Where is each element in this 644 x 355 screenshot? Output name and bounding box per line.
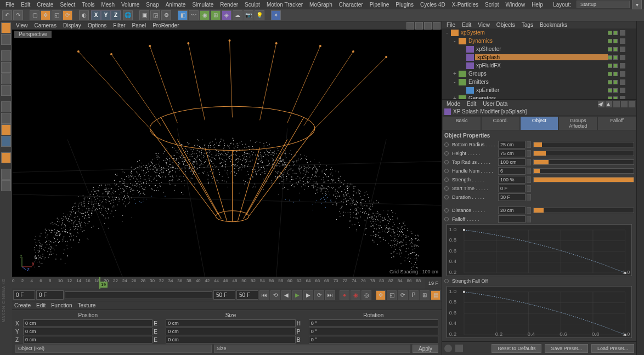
prop-height[interactable] (498, 150, 526, 157)
vis-render[interactable] (613, 72, 618, 76)
strength-falloff-graph[interactable]: 1.00.8 0.60.4 0.2 0.20.4 0.60.8 1.0 (447, 286, 632, 338)
vis-render[interactable] (613, 80, 618, 84)
menu-sculpt[interactable]: Sculpt (241, 1, 263, 9)
total-frames[interactable]: 50 F (236, 290, 258, 300)
menu-mograph[interactable]: MoGraph (306, 1, 336, 9)
model-mode[interactable] (1, 22, 11, 33)
timeline[interactable]: 0246810121416182022242628303234363840424… (12, 277, 442, 289)
vis-render[interactable] (613, 39, 618, 43)
slider-Height[interactable] (533, 151, 634, 156)
step-back[interactable]: ◀ (281, 290, 291, 300)
tag-icon[interactable] (620, 38, 625, 44)
autokey[interactable]: ◉ (351, 290, 360, 300)
prop-distance[interactable] (498, 207, 526, 214)
tree-xpemitter[interactable]: xpEmitter (442, 86, 636, 94)
deformer-tool[interactable]: ◈ (222, 10, 231, 20)
goto-end[interactable]: ⏭ (325, 290, 335, 300)
vis-editor[interactable] (608, 72, 612, 76)
spinner[interactable] (527, 141, 531, 148)
select-tool[interactable]: ▢ (30, 10, 39, 20)
objmenu-file[interactable]: File (443, 21, 459, 28)
size-X[interactable] (166, 319, 295, 327)
rot-Y[interactable] (309, 328, 438, 335)
attr-menu-icon[interactable] (629, 101, 635, 107)
key-dot[interactable] (444, 178, 449, 182)
axis-x[interactable]: X (91, 10, 101, 20)
uv-mode[interactable] (1, 180, 11, 191)
menu-character[interactable]: Character (336, 1, 366, 9)
tab-basic[interactable]: Basic (442, 116, 481, 130)
texture-mode[interactable] (1, 85, 11, 96)
object-tree[interactable]: -xpSystem-DynamicsxpSheeterxpSplashxpFlu… (442, 28, 636, 100)
slider-Bottom Radius[interactable] (533, 142, 634, 147)
soft-select[interactable] (1, 136, 11, 147)
preset-icon[interactable] (455, 345, 463, 352)
vp-icon-2[interactable] (415, 22, 423, 30)
key-dot[interactable] (444, 169, 449, 173)
workplane-mode[interactable] (1, 101, 11, 112)
objmenu-view[interactable]: View (474, 21, 493, 28)
slider-Handle Num[interactable] (533, 168, 634, 174)
objmenu-tags[interactable]: Tags (518, 21, 536, 28)
spinner[interactable] (527, 168, 531, 174)
menu-x-particles[interactable]: X-Particles (449, 1, 482, 9)
key-dot[interactable] (444, 217, 449, 221)
vp-icon-4[interactable] (433, 22, 440, 30)
prop-falloff[interactable] (498, 215, 526, 223)
spinner[interactable] (527, 185, 531, 192)
key-pos[interactable]: ✥ (376, 290, 386, 300)
reset-defaults-button[interactable]: Reset to Defaults (492, 344, 541, 353)
layout-menu-icon[interactable]: ▾ (632, 0, 642, 9)
save-preset-button[interactable]: Save Preset... (545, 344, 588, 353)
objmenu-bookmarks[interactable]: Bookmarks (536, 21, 570, 28)
menu-tools[interactable]: Tools (78, 1, 98, 9)
tree-generators[interactable]: +Generators (442, 94, 636, 100)
record-key[interactable]: ● (340, 290, 349, 300)
key-dot[interactable] (444, 160, 449, 164)
vis-render[interactable] (613, 64, 618, 68)
playback-slider[interactable] (65, 291, 212, 299)
vis-editor[interactable] (608, 31, 612, 35)
tree-dynamics[interactable]: -Dynamics (442, 37, 636, 45)
size-mode-select[interactable]: Size (214, 345, 410, 353)
pos-Y[interactable] (23, 328, 152, 335)
snap-settings[interactable] (1, 124, 11, 135)
rot-Z[interactable] (309, 336, 438, 343)
attr-back-icon[interactable]: ◀ (598, 101, 605, 107)
menu-script[interactable]: Script (482, 1, 502, 9)
vpmenu-prorender[interactable]: ProRender (150, 22, 182, 29)
menu-help[interactable]: Help (528, 1, 546, 9)
edge-mode[interactable] (1, 62, 11, 73)
rot-X[interactable] (309, 319, 438, 327)
tab-coord[interactable]: Coord. (481, 116, 520, 130)
vis-editor[interactable] (608, 64, 612, 68)
tag-icon[interactable] (620, 96, 625, 100)
object-mode[interactable] (1, 34, 11, 45)
tree-xpfluidfx[interactable]: xpFluidFX (442, 61, 636, 70)
array-tool[interactable]: ⊞ (211, 10, 221, 20)
size-Y[interactable] (166, 328, 295, 335)
vp-icon-1[interactable] (406, 22, 414, 30)
matbar-texture[interactable]: Texture (78, 302, 96, 308)
menu-window[interactable]: Window (502, 1, 529, 9)
slider-Distance[interactable] (533, 208, 634, 213)
prop-dot[interactable] (444, 279, 449, 283)
viewport-3d[interactable]: Perspective (12, 30, 442, 277)
vis-editor[interactable] (608, 88, 612, 93)
render-settings[interactable]: ⚙ (161, 10, 171, 20)
play-button[interactable]: ▶ (292, 290, 302, 300)
menu-cycles-4d[interactable]: Cycles 4D (417, 1, 449, 9)
poly-mode[interactable] (1, 73, 11, 84)
range-end[interactable]: 50 F (213, 290, 235, 300)
key-dot[interactable] (444, 142, 449, 147)
menu-render[interactable]: Render (217, 1, 241, 9)
rotate-tool[interactable]: ⟳ (63, 10, 72, 20)
menu-volume[interactable]: Volume (118, 1, 143, 9)
vis-editor[interactable] (608, 55, 612, 60)
vis-editor[interactable] (608, 39, 612, 43)
menu-plugins[interactable]: Plugins (392, 1, 417, 9)
menu-pipeline[interactable]: Pipeline (366, 1, 393, 9)
tag-icon[interactable] (620, 71, 625, 77)
key-dot[interactable] (444, 186, 449, 191)
menu-snap[interactable]: Snap (143, 1, 162, 9)
